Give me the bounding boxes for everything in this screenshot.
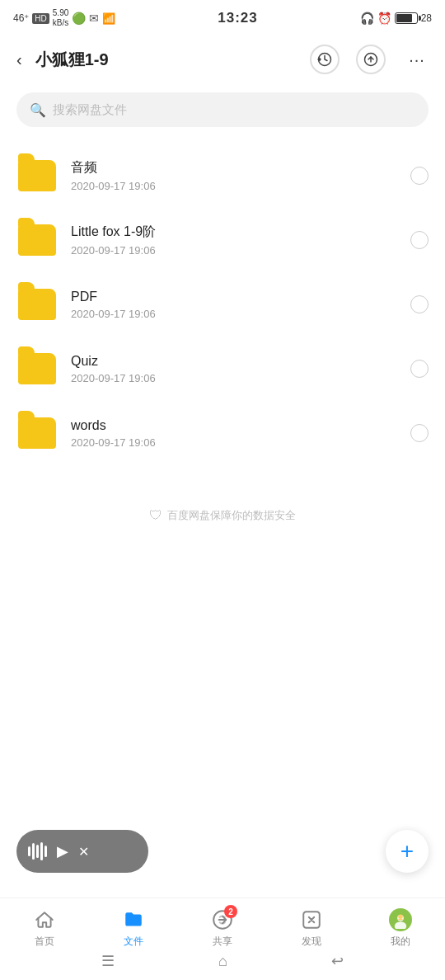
more-button[interactable]: ··· — [402, 45, 432, 74]
header: ‹ 小狐狸1-9 ··· — [0, 36, 445, 82]
wechat-icon: 🟢 — [72, 12, 86, 25]
nav-item-files[interactable]: 文件 — [89, 907, 178, 949]
file-name-3: Quiz — [71, 354, 397, 369]
file-select-0[interactable] — [410, 167, 429, 185]
mine-nav-label: 我的 — [391, 935, 410, 949]
home-gesture-icon: ⌂ — [218, 953, 227, 970]
list-item[interactable]: Little fox 1-9阶 2020-09-17 19:06 — [0, 208, 445, 272]
file-list: 音频 2020-09-17 19:06 Little fox 1-9阶 2020… — [0, 137, 445, 472]
menu-gesture-icon: ☰ — [101, 952, 115, 970]
header-actions: ··· — [310, 45, 432, 74]
nav-item-share[interactable]: 2 共享 — [178, 907, 267, 949]
home-nav-icon — [33, 908, 56, 931]
folder-shape — [18, 160, 56, 191]
nav-item-home[interactable]: 首页 — [0, 907, 89, 949]
file-name-2: PDF — [71, 290, 397, 304]
avatar — [389, 908, 412, 931]
folder-icon-3 — [16, 348, 58, 389]
speed-text: 5.90kB/s — [53, 8, 68, 28]
add-fab-button[interactable]: + — [386, 830, 429, 873]
hd-badge: HD — [32, 13, 49, 24]
security-text: 百度网盘保障你的数据安全 — [167, 508, 296, 523]
folder-icon-0 — [16, 155, 58, 196]
close-player-button[interactable]: ✕ — [78, 844, 89, 860]
search-bar[interactable]: 🔍 搜索网盘文件 — [16, 92, 429, 127]
file-date-0: 2020-09-17 19:06 — [71, 180, 397, 192]
folder-shape — [18, 224, 56, 256]
mine-nav-icon — [389, 908, 412, 931]
file-info-0: 音频 2020-09-17 19:06 — [71, 159, 397, 192]
security-notice: 🛡 百度网盘保障你的数据安全 — [0, 488, 445, 543]
share-nav-label: 共享 — [213, 935, 232, 949]
audio-wave-icon — [28, 842, 47, 860]
share-nav-icon: 2 — [211, 908, 234, 931]
files-nav-label: 文件 — [124, 935, 143, 949]
folder-shape — [18, 417, 56, 449]
page-title: 小狐狸1-9 — [35, 49, 300, 71]
discover-nav-label: 发现 — [302, 935, 321, 949]
file-select-4[interactable] — [410, 424, 429, 442]
msg-icon: ✉ — [89, 12, 99, 25]
status-bar: 46⁺ HD 5.90kB/s 🟢 ✉ 📶 13:23 🎧 ⏰ 28 — [0, 0, 445, 36]
shield-icon: 🛡 — [149, 508, 162, 523]
upload-button[interactable] — [356, 45, 386, 74]
nav-item-mine[interactable]: 我的 — [356, 907, 445, 949]
back-button[interactable]: ‹ — [13, 47, 26, 73]
svg-point-8 — [398, 914, 403, 919]
audio-player[interactable]: ▶ ✕ — [16, 830, 148, 873]
back-gesture-icon: ↩ — [331, 952, 344, 970]
file-select-2[interactable] — [410, 295, 429, 313]
history-button[interactable] — [310, 45, 340, 74]
battery-text: 28 — [421, 12, 432, 24]
folder-icon-1 — [16, 219, 58, 261]
gesture-bar: ☰ ⌂ ↩ — [0, 949, 445, 973]
signal-icon: 📶 — [102, 12, 115, 25]
alarm-icon: ⏰ — [377, 12, 391, 25]
carrier-text: 46⁺ — [13, 12, 29, 24]
status-right: 🎧 ⏰ 28 — [360, 12, 432, 25]
file-info-2: PDF 2020-09-17 19:06 — [71, 290, 397, 320]
file-date-3: 2020-09-17 19:06 — [71, 372, 397, 384]
list-item[interactable]: words 2020-09-17 19:06 — [0, 401, 445, 465]
battery-icon — [395, 12, 418, 24]
file-date-2: 2020-09-17 19:06 — [71, 308, 397, 320]
file-date-4: 2020-09-17 19:06 — [71, 436, 397, 449]
nav-item-discover[interactable]: 发现 — [267, 907, 356, 949]
file-info-3: Quiz 2020-09-17 19:06 — [71, 354, 397, 384]
files-nav-icon — [122, 908, 145, 931]
share-badge: 2 — [224, 905, 237, 918]
file-name-1: Little fox 1-9阶 — [71, 224, 397, 241]
list-item[interactable]: 音频 2020-09-17 19:06 — [0, 144, 445, 208]
file-select-1[interactable] — [410, 231, 429, 249]
search-icon: 🔍 — [30, 102, 46, 118]
search-placeholder: 搜索网盘文件 — [53, 102, 127, 118]
file-info-1: Little fox 1-9阶 2020-09-17 19:06 — [71, 224, 397, 257]
add-icon: + — [400, 840, 414, 863]
file-info-4: words 2020-09-17 19:06 — [71, 418, 397, 449]
status-time: 13:23 — [218, 10, 257, 26]
battery-fill — [396, 14, 412, 22]
folder-icon-2 — [16, 284, 58, 325]
file-date-1: 2020-09-17 19:06 — [71, 244, 397, 257]
folder-icon-4 — [16, 412, 58, 454]
list-item[interactable]: Quiz 2020-09-17 19:06 — [0, 337, 445, 401]
folder-shape — [18, 289, 56, 320]
status-left: 46⁺ HD 5.90kB/s 🟢 ✉ 📶 — [13, 8, 115, 28]
discover-nav-icon — [300, 908, 323, 931]
file-name-4: words — [71, 418, 397, 433]
list-item[interactable]: PDF 2020-09-17 19:06 — [0, 272, 445, 337]
file-name-0: 音频 — [71, 159, 397, 177]
file-select-3[interactable] — [410, 360, 429, 378]
folder-shape — [18, 353, 56, 384]
headphone-icon: 🎧 — [360, 12, 374, 25]
play-button[interactable]: ▶ — [57, 842, 68, 860]
home-nav-label: 首页 — [35, 935, 54, 949]
